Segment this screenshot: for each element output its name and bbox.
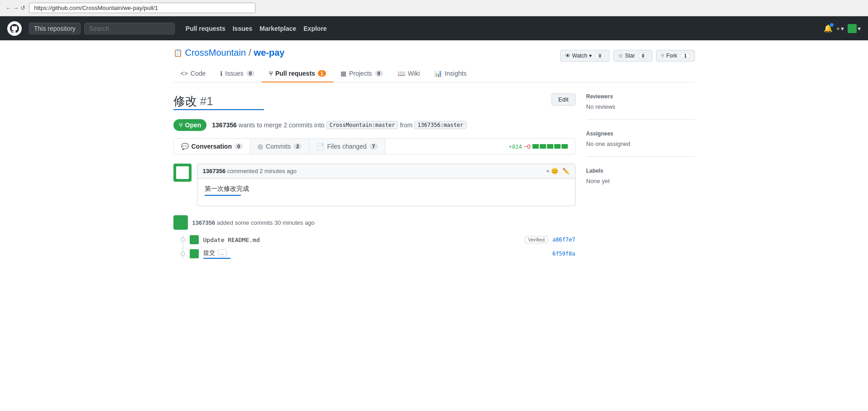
- github-logo[interactable]: [7, 21, 22, 36]
- commit-hash-2[interactable]: 6f59f8a: [552, 251, 575, 257]
- breadcrumb-sep: /: [249, 48, 251, 58]
- commits-badge: 2: [293, 143, 302, 150]
- tab-projects[interactable]: ▦ Projects 0: [333, 65, 390, 82]
- labels-title: Labels: [586, 168, 695, 174]
- diff-stat: +814 −0: [501, 139, 575, 154]
- pr-number: #1: [200, 94, 213, 108]
- diff-bar-3: [547, 144, 553, 149]
- tab-insights[interactable]: 📊 Insights: [427, 65, 474, 82]
- commit-user-icon: [190, 249, 199, 258]
- commits-icon: ◎: [258, 143, 263, 150]
- repo-icon: 📋: [173, 48, 182, 57]
- commit-message-2: 提交 ...: [203, 249, 548, 257]
- pr-badge: 1: [318, 70, 326, 77]
- commit-item: Update README.md Verified a86f7e7: [192, 235, 575, 244]
- nav-pull-requests[interactable]: Pull requests: [186, 25, 225, 32]
- comment-underline: [205, 195, 241, 196]
- diff-bars: [532, 144, 568, 149]
- projects-badge: 0: [375, 70, 383, 77]
- diff-deletions: −0: [524, 143, 531, 150]
- comment-author: 1367356: [203, 168, 226, 174]
- open-icon: ⑂: [179, 121, 182, 129]
- pr-tab-commits[interactable]: ◎ Commits 2: [250, 139, 309, 154]
- issues-icon: ℹ: [220, 70, 222, 77]
- user-menu-button[interactable]: ▾: [848, 24, 861, 33]
- emoji-react-button[interactable]: + 😊: [546, 168, 558, 174]
- projects-icon: ▦: [340, 70, 346, 77]
- search-input[interactable]: [84, 23, 175, 34]
- commit-item: 提交 ... 6f59f8a: [192, 249, 575, 259]
- pr-title-text: 修改: [173, 94, 197, 108]
- commits-time: 30 minutes ago: [274, 219, 315, 226]
- nav-issues[interactable]: Issues: [233, 25, 253, 32]
- base-ref: CrossMountain:master: [326, 121, 398, 129]
- user-avatar: [848, 24, 857, 33]
- commenter-avatar: [173, 164, 192, 182]
- notifications-bell[interactable]: 🔔: [824, 24, 833, 33]
- edit-pr-button[interactable]: Edit: [551, 93, 575, 106]
- tab-pull-requests[interactable]: ⑂ Pull requests 1: [262, 65, 333, 82]
- commit-message-1: Update README.md: [203, 237, 521, 243]
- new-menu-button[interactable]: + ▾: [836, 25, 844, 32]
- comment-edit-button[interactable]: ✏️: [562, 168, 570, 174]
- diff-bar-2: [540, 144, 546, 149]
- commit-dot: [181, 237, 185, 242]
- diff-additions: +814: [508, 143, 522, 150]
- head-ref: 1367356:master: [414, 121, 466, 129]
- assignees-value: No one assigned: [586, 140, 695, 147]
- browser-url-bar[interactable]: https://github.com/CrossMountain/we-pay/…: [29, 3, 255, 13]
- commit-ellipsis-button[interactable]: ...: [218, 249, 227, 256]
- commit-msg-underline: [203, 258, 230, 259]
- diff-bar-1: [532, 144, 539, 149]
- labels-section: Labels None yet: [586, 168, 695, 193]
- insights-icon: 📊: [434, 70, 442, 77]
- commits-action: added some commits: [217, 219, 273, 226]
- pr-icon: ⑂: [269, 70, 273, 77]
- commits-user-avatar: [173, 215, 188, 230]
- files-icon: 📄: [317, 143, 324, 150]
- commit-verified-badge: Verified: [525, 236, 548, 243]
- this-repository-label[interactable]: This repository: [29, 23, 81, 34]
- comment-body-text: 第一次修改完成: [205, 185, 568, 193]
- notification-dot: [830, 23, 834, 27]
- reviewers-value: No reviews: [586, 103, 695, 110]
- pr-tab-files-changed[interactable]: 📄 Files changed 7: [309, 139, 385, 154]
- assignees-title: Assignees: [586, 131, 695, 137]
- fork-button[interactable]: ⑂ Fork 1: [656, 50, 695, 62]
- nav-marketplace[interactable]: Marketplace: [259, 25, 296, 32]
- code-icon: <>: [181, 70, 188, 77]
- labels-value: None yet: [586, 178, 695, 184]
- pr-status-badge: ⑂ Open: [173, 119, 207, 131]
- tab-code[interactable]: <> Code: [173, 65, 213, 82]
- assignees-section: Assignees No one assigned: [586, 131, 695, 157]
- pr-author-link[interactable]: 1367356: [212, 121, 237, 129]
- files-badge: 7: [369, 143, 378, 150]
- pr-tab-conversation[interactable]: 💬 Conversation 0: [174, 139, 251, 154]
- commit-hash-1[interactable]: a86f7e7: [552, 237, 575, 243]
- wiki-icon: 📖: [398, 70, 405, 77]
- diff-bar-5: [561, 144, 568, 149]
- commit-user-icon: [190, 235, 199, 244]
- commit-dot: [181, 251, 185, 256]
- diff-bar-4: [554, 144, 561, 149]
- issues-badge: 0: [246, 70, 254, 77]
- reviewers-section: Reviewers No reviews: [586, 93, 695, 120]
- tab-issues[interactable]: ℹ Issues 0: [213, 65, 262, 82]
- reviewers-title: Reviewers: [586, 93, 695, 100]
- nav-explore[interactable]: Explore: [303, 25, 326, 32]
- conversation-badge: 0: [235, 143, 243, 150]
- pr-title-underline: [173, 109, 264, 110]
- comment-time: commented 2 minutes ago: [227, 168, 297, 174]
- repo-owner-link[interactable]: CrossMountain: [185, 48, 246, 58]
- star-button[interactable]: ☆ Star 0: [613, 50, 652, 62]
- tab-wiki[interactable]: 📖 Wiki: [390, 65, 427, 82]
- commits-author: 1367356: [192, 219, 216, 226]
- comment-box: 1367356 commented 2 minutes ago + 😊 ✏️ 第…: [197, 164, 575, 206]
- repo-name-link[interactable]: we-pay: [254, 48, 285, 58]
- avatar-pattern: [176, 166, 189, 179]
- watch-button[interactable]: 👁 Watch ▾ 0: [560, 50, 610, 62]
- conversation-icon: 💬: [181, 143, 189, 150]
